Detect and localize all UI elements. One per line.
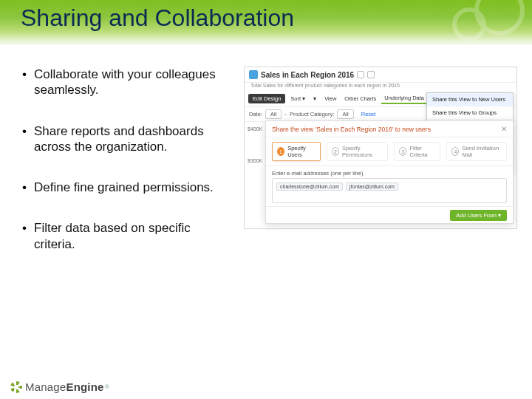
report-header: Sales in Each Region 2016 xyxy=(245,67,516,83)
report-subtitle: Total Sales for different product catego… xyxy=(250,83,400,88)
step-number: 4 xyxy=(451,147,459,156)
step-filter-criteria[interactable]: 3 Filter Criteria xyxy=(394,142,440,161)
step-label: Send Invitation Mail xyxy=(462,145,502,158)
trademark-icon: ® xyxy=(105,383,109,390)
slide: Sharing and Collaboration Collaborate wi… xyxy=(0,0,532,399)
step-label: Specify Permissions xyxy=(342,145,383,158)
refresh-icon[interactable] xyxy=(367,71,375,78)
step-label: Specify Users xyxy=(287,145,316,158)
input-label: Enter e-mail addresses (one per line) xyxy=(266,166,513,178)
report-title: Sales in Each Region 2016 xyxy=(261,71,354,79)
step-label: Filter Criteria xyxy=(409,145,435,158)
y-tick: $400K xyxy=(248,126,262,132)
slide-body: Collaborate with your colleagues seamles… xyxy=(0,44,532,277)
date-select[interactable]: All xyxy=(265,109,282,119)
add-users-button[interactable]: Add Users From ▾ xyxy=(450,210,507,221)
underlying-data-tab[interactable]: Underlying Data xyxy=(381,93,427,104)
bullet-list: Collaborate with your colleagues seamles… xyxy=(22,66,229,277)
step-specify-permissions[interactable]: 2 Specify Permissions xyxy=(327,142,388,161)
step-number: 2 xyxy=(332,147,339,156)
step-number: 3 xyxy=(399,147,406,156)
view-tab[interactable]: View xyxy=(321,94,339,103)
step-specify-users[interactable]: 1 Specify Users xyxy=(272,142,321,161)
category-select[interactable]: All xyxy=(337,109,353,119)
wizard-steps: 1 Specify Users 2 Specify Permissions 3 … xyxy=(266,137,513,166)
email-chip[interactable]: jfontas@zillum.com xyxy=(346,183,398,191)
collapse-icon[interactable] xyxy=(357,71,364,78)
y-axis-labels: $400K $300K xyxy=(248,126,262,163)
step-number: 1 xyxy=(277,147,284,156)
step-send-mail[interactable]: 4 Send Invitation Mail xyxy=(446,142,507,161)
date-label: Date: xyxy=(249,111,262,117)
bullet-item: Filter data based on specific criteria. xyxy=(22,220,229,252)
gear-icon xyxy=(10,381,22,393)
y-tick: $300K xyxy=(248,158,262,163)
other-charts-tab[interactable]: Other Charts xyxy=(341,94,379,103)
close-icon[interactable]: ✕ xyxy=(501,125,507,133)
bullet-item: Collaborate with your colleagues seamles… xyxy=(22,66,229,98)
filter-icon[interactable]: ▾ xyxy=(310,94,319,103)
reset-link[interactable]: Reset xyxy=(361,111,376,117)
category-label: Product Category: xyxy=(290,111,334,117)
email-input[interactable]: charlesstone@zillum.com jfontas@zillum.c… xyxy=(272,178,507,203)
slide-header: Sharing and Collaboration xyxy=(0,0,532,44)
chart-icon xyxy=(249,70,258,79)
brand-head: Manage xyxy=(25,381,66,393)
bullet-item: Share reports and dashboards across the … xyxy=(22,123,229,155)
modal-footer: Add Users From ▾ xyxy=(266,206,513,224)
share-menu-item[interactable]: Share this View to New Users xyxy=(427,93,513,106)
footer-logo: ManageEngine® xyxy=(10,381,109,393)
report-subheader: Total Sales for different product catego… xyxy=(245,83,516,91)
email-chip[interactable]: charlesstone@zillum.com xyxy=(276,183,343,191)
share-menu-item[interactable]: Share this View to Groups xyxy=(427,106,513,120)
brand-tail: Engine xyxy=(66,381,103,393)
modal-header: Share the view 'Sales in Each Region 201… xyxy=(266,121,513,137)
modal-title: Share the view 'Sales in Each Region 201… xyxy=(272,126,431,133)
edit-design-button[interactable]: Edit Design xyxy=(248,94,285,103)
slide-title: Sharing and Collaboration xyxy=(21,4,294,32)
embedded-screenshot: Sales in Each Region 2016 Total Sales fo… xyxy=(244,66,517,229)
bullet-item: Define fine grained permissions. xyxy=(22,180,229,195)
sort-dropdown[interactable]: Sort ▾ xyxy=(287,94,308,103)
share-modal: Share the view 'Sales in Each Region 201… xyxy=(265,120,514,224)
